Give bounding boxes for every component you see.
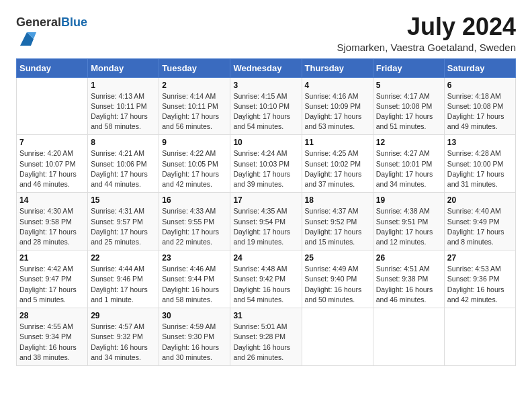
day-number: 13	[447, 138, 513, 147]
day-cell: 6Sunrise: 4:18 AM Sunset: 10:08 PM Dayli…	[444, 77, 515, 135]
col-header-tuesday: Tuesday	[159, 58, 230, 77]
day-cell: 5Sunrise: 4:17 AM Sunset: 10:08 PM Dayli…	[373, 77, 444, 135]
day-number: 15	[91, 195, 156, 205]
day-number: 18	[305, 195, 370, 205]
day-cell: 12Sunrise: 4:27 AM Sunset: 10:01 PM Dayl…	[373, 135, 444, 193]
day-info: Sunrise: 4:16 AM Sunset: 10:09 PM Daylig…	[305, 91, 370, 132]
col-header-saturday: Saturday	[444, 58, 515, 77]
day-info: Sunrise: 4:53 AM Sunset: 9:36 PM Dayligh…	[447, 264, 513, 305]
day-cell: 29Sunrise: 4:57 AM Sunset: 9:32 PM Dayli…	[88, 308, 159, 366]
day-cell: 4Sunrise: 4:16 AM Sunset: 10:09 PM Dayli…	[302, 77, 373, 135]
col-header-wednesday: Wednesday	[230, 58, 302, 77]
day-number: 10	[233, 138, 298, 147]
day-info: Sunrise: 4:33 AM Sunset: 9:55 PM Dayligh…	[162, 206, 227, 247]
day-cell: 7Sunrise: 4:20 AM Sunset: 10:07 PM Dayli…	[17, 135, 88, 193]
day-cell: 17Sunrise: 4:35 AM Sunset: 9:54 PM Dayli…	[230, 193, 302, 250]
day-info: Sunrise: 4:59 AM Sunset: 9:30 PM Dayligh…	[162, 322, 227, 363]
day-cell	[373, 308, 444, 366]
day-info: Sunrise: 4:30 AM Sunset: 9:58 PM Dayligh…	[19, 206, 85, 247]
day-cell: 31Sunrise: 5:01 AM Sunset: 9:28 PM Dayli…	[230, 308, 302, 366]
day-number: 3	[233, 81, 298, 90]
day-cell: 8Sunrise: 4:21 AM Sunset: 10:06 PM Dayli…	[88, 135, 159, 193]
page-header: GeneralBlue July 2024 Sjomarken, Vaestra…	[16, 13, 516, 53]
week-row-5: 28Sunrise: 4:55 AM Sunset: 9:34 PM Dayli…	[17, 308, 516, 366]
day-cell: 14Sunrise: 4:30 AM Sunset: 9:58 PM Dayli…	[17, 193, 88, 250]
day-info: Sunrise: 4:42 AM Sunset: 9:47 PM Dayligh…	[19, 264, 85, 305]
day-number: 8	[91, 138, 156, 147]
day-number: 9	[162, 138, 227, 147]
day-number: 19	[376, 195, 441, 205]
day-number: 5	[376, 81, 441, 90]
day-cell: 28Sunrise: 4:55 AM Sunset: 9:34 PM Dayli…	[17, 308, 88, 366]
header-row: SundayMondayTuesdayWednesdayThursdayFrid…	[17, 58, 516, 77]
logo: GeneralBlue	[16, 16, 87, 51]
day-info: Sunrise: 4:37 AM Sunset: 9:52 PM Dayligh…	[305, 206, 370, 247]
day-info: Sunrise: 4:46 AM Sunset: 9:44 PM Dayligh…	[162, 264, 227, 305]
day-cell: 25Sunrise: 4:49 AM Sunset: 9:40 PM Dayli…	[302, 250, 373, 308]
day-info: Sunrise: 4:38 AM Sunset: 9:51 PM Dayligh…	[376, 206, 441, 247]
day-cell: 9Sunrise: 4:22 AM Sunset: 10:05 PM Dayli…	[159, 135, 230, 193]
day-info: Sunrise: 4:15 AM Sunset: 10:10 PM Daylig…	[233, 91, 298, 132]
day-info: Sunrise: 5:01 AM Sunset: 9:28 PM Dayligh…	[233, 322, 298, 363]
day-number: 17	[233, 195, 298, 205]
day-info: Sunrise: 4:40 AM Sunset: 9:49 PM Dayligh…	[447, 206, 513, 247]
day-number: 29	[91, 311, 156, 320]
day-info: Sunrise: 4:25 AM Sunset: 10:02 PM Daylig…	[305, 148, 370, 189]
day-cell: 22Sunrise: 4:44 AM Sunset: 9:46 PM Dayli…	[88, 250, 159, 308]
day-info: Sunrise: 4:24 AM Sunset: 10:03 PM Daylig…	[233, 148, 298, 189]
location: Sjomarken, Vaestra Goetaland, Sweden	[337, 42, 516, 53]
logo-blue: Blue	[61, 15, 87, 29]
day-cell: 30Sunrise: 4:59 AM Sunset: 9:30 PM Dayli…	[159, 308, 230, 366]
day-cell: 11Sunrise: 4:25 AM Sunset: 10:02 PM Dayl…	[302, 135, 373, 193]
col-header-thursday: Thursday	[302, 58, 373, 77]
day-info: Sunrise: 4:21 AM Sunset: 10:06 PM Daylig…	[91, 148, 156, 189]
day-number: 20	[447, 195, 513, 205]
day-cell: 15Sunrise: 4:31 AM Sunset: 9:57 PM Dayli…	[88, 193, 159, 250]
day-number: 26	[376, 253, 441, 263]
day-number: 30	[162, 311, 227, 320]
day-cell: 10Sunrise: 4:24 AM Sunset: 10:03 PM Dayl…	[230, 135, 302, 193]
day-cell	[444, 308, 515, 366]
day-info: Sunrise: 4:17 AM Sunset: 10:08 PM Daylig…	[376, 91, 441, 132]
day-cell	[17, 77, 88, 135]
day-info: Sunrise: 4:27 AM Sunset: 10:01 PM Daylig…	[376, 148, 441, 189]
day-number: 11	[305, 138, 370, 147]
col-header-monday: Monday	[88, 58, 159, 77]
day-number: 12	[376, 138, 441, 147]
week-row-1: 1Sunrise: 4:13 AM Sunset: 10:11 PM Dayli…	[17, 77, 516, 135]
day-number: 25	[305, 253, 370, 263]
day-cell	[302, 308, 373, 366]
day-number: 22	[91, 253, 156, 263]
day-number: 16	[162, 195, 227, 205]
day-info: Sunrise: 4:22 AM Sunset: 10:05 PM Daylig…	[162, 148, 227, 189]
day-number: 4	[305, 81, 370, 90]
day-info: Sunrise: 4:14 AM Sunset: 10:11 PM Daylig…	[162, 91, 227, 132]
day-cell: 21Sunrise: 4:42 AM Sunset: 9:47 PM Dayli…	[17, 250, 88, 308]
day-number: 14	[19, 195, 85, 205]
day-number: 1	[91, 81, 156, 90]
day-number: 24	[233, 253, 298, 263]
day-info: Sunrise: 4:49 AM Sunset: 9:40 PM Dayligh…	[305, 264, 370, 305]
day-cell: 24Sunrise: 4:48 AM Sunset: 9:42 PM Dayli…	[230, 250, 302, 308]
week-row-4: 21Sunrise: 4:42 AM Sunset: 9:47 PM Dayli…	[17, 250, 516, 308]
day-number: 6	[447, 81, 513, 90]
day-info: Sunrise: 4:18 AM Sunset: 10:08 PM Daylig…	[447, 91, 513, 132]
day-info: Sunrise: 4:57 AM Sunset: 9:32 PM Dayligh…	[91, 322, 156, 363]
day-number: 2	[162, 81, 227, 90]
calendar-table: SundayMondayTuesdayWednesdayThursdayFrid…	[16, 58, 516, 366]
col-header-friday: Friday	[373, 58, 444, 77]
day-info: Sunrise: 4:44 AM Sunset: 9:46 PM Dayligh…	[91, 264, 156, 305]
day-number: 28	[19, 311, 85, 320]
day-info: Sunrise: 4:13 AM Sunset: 10:11 PM Daylig…	[91, 91, 156, 132]
title-block: July 2024 Sjomarken, Vaestra Goetaland, …	[337, 13, 516, 53]
logo-icon	[17, 30, 36, 48]
day-number: 23	[162, 253, 227, 263]
day-number: 31	[233, 311, 298, 320]
day-info: Sunrise: 4:35 AM Sunset: 9:54 PM Dayligh…	[233, 206, 298, 247]
day-info: Sunrise: 4:28 AM Sunset: 10:00 PM Daylig…	[447, 148, 513, 189]
day-cell: 27Sunrise: 4:53 AM Sunset: 9:36 PM Dayli…	[444, 250, 515, 308]
month-year: July 2024	[337, 13, 516, 40]
day-cell: 23Sunrise: 4:46 AM Sunset: 9:44 PM Dayli…	[159, 250, 230, 308]
day-info: Sunrise: 4:55 AM Sunset: 9:34 PM Dayligh…	[19, 322, 85, 363]
day-info: Sunrise: 4:48 AM Sunset: 9:42 PM Dayligh…	[233, 264, 298, 305]
